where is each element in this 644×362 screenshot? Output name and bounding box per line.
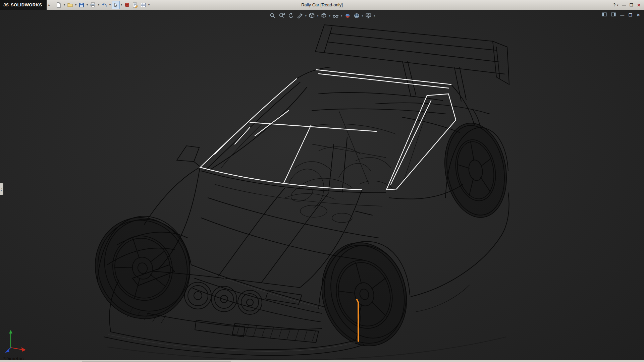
options-grid-icon: [140, 2, 146, 8]
task-pane-toggle-icon[interactable]: [611, 12, 616, 18]
edit-appearance-button[interactable]: [343, 12, 352, 19]
brand-name: SOLIDWORKS: [11, 2, 42, 7]
window-title: Rally Car [Read-only]: [301, 2, 343, 7]
doc-close-button[interactable]: ✕: [637, 13, 640, 17]
apply-scene-button[interactable]: [353, 12, 361, 19]
view-orientation-label: *Dimetric: [3, 356, 24, 360]
save-button[interactable]: [77, 1, 86, 9]
rear-left-wheel: [311, 233, 418, 356]
print-caret-icon[interactable]: ▾: [97, 3, 100, 6]
splitter-expand-icon[interactable]: ▸: [1, 189, 2, 192]
model-canvas[interactable]: [0, 10, 644, 360]
view-orientation-button[interactable]: [308, 12, 316, 19]
help-caret-icon[interactable]: ▾: [617, 4, 618, 7]
view-settings-caret-icon[interactable]: ▾: [374, 14, 375, 17]
doc-restore-button[interactable]: ❐: [629, 13, 632, 17]
main-toolbar: ▾ ▾ ▾ ▾: [55, 1, 151, 9]
orientation-triad[interactable]: [4, 329, 28, 354]
hide-show-items-button[interactable]: [331, 12, 340, 19]
apply-scene-caret-icon[interactable]: ▾: [362, 14, 364, 17]
graphics-area[interactable]: ▾ ▾ ▾ ▾: [0, 10, 644, 360]
print-button[interactable]: [89, 1, 97, 9]
doc-minimize-button[interactable]: —: [620, 13, 624, 17]
select-button[interactable]: [112, 1, 120, 9]
menu-expander-icon[interactable]: ▸: [48, 3, 50, 7]
minimize-button[interactable]: —: [622, 3, 626, 7]
feature-pane-splitter[interactable]: ◂ ▸: [0, 183, 3, 195]
new-document-icon: [56, 2, 62, 8]
save-floppy-icon: [78, 2, 85, 8]
triad-x-arrow-icon: [21, 347, 26, 352]
close-button[interactable]: ✕: [637, 3, 641, 8]
view-orientation-caret-icon[interactable]: ▾: [317, 14, 319, 17]
save-caret-icon[interactable]: ▾: [86, 3, 89, 6]
highlighted-edges[interactable]: [200, 70, 456, 190]
display-style-icon: [320, 12, 327, 19]
view-settings-button[interactable]: [364, 12, 373, 19]
status-bar: [0, 360, 644, 362]
window-controls: ? ▾ — ❐ ✕: [613, 0, 641, 10]
file-properties-icon: [132, 2, 138, 8]
undo-arrow-icon: [101, 2, 107, 8]
left-pane-icon: [602, 12, 607, 17]
splitter-collapse-icon[interactable]: ◂: [1, 187, 2, 189]
edit-appearance-ball-icon: [344, 12, 351, 19]
section-view-caret-icon[interactable]: ▾: [305, 14, 307, 17]
hide-show-items-glasses-icon: [332, 12, 339, 19]
3ds-logo-icon: 3S: [3, 2, 9, 7]
document-window-controls: — ❐ ✕: [602, 12, 640, 18]
triad-x-axis: [11, 348, 22, 350]
select-caret-icon[interactable]: ▾: [120, 3, 123, 6]
display-style-button[interactable]: [319, 12, 328, 19]
rally-car-wireframe: [0, 10, 644, 360]
undo-caret-icon[interactable]: ▾: [108, 3, 112, 6]
zoom-to-fit-icon: [269, 12, 276, 19]
view-orientation-cube-icon: [308, 12, 315, 19]
xpress-products-button[interactable]: [123, 1, 131, 9]
display-style-caret-icon[interactable]: ▾: [329, 14, 330, 17]
view-settings-icon: [365, 12, 372, 19]
select-cursor-icon: [113, 2, 119, 8]
solidworks-logo: 3S SOLIDWORKS: [0, 0, 47, 10]
section-view-button[interactable]: [296, 12, 304, 19]
open-button[interactable]: [66, 1, 74, 9]
triad-y-arrow-icon: [9, 330, 12, 334]
apply-scene-globe-icon: [353, 12, 360, 19]
right-pane-icon: [611, 12, 616, 17]
section-view-icon: [297, 12, 303, 19]
title-bar: 3S SOLIDWORKS ▸ ▾ ▾ ▾: [0, 0, 644, 10]
print-icon: [90, 2, 96, 8]
rear-right-wheel: [438, 118, 514, 223]
side-pane-toggle-icon[interactable]: [602, 12, 607, 18]
new-document-button[interactable]: [55, 1, 63, 9]
front-left-wheel: [82, 205, 204, 331]
zoom-to-fit-button[interactable]: [268, 12, 277, 19]
xpress-products-icon: [124, 2, 130, 8]
previous-view-button[interactable]: [286, 12, 295, 19]
help-button[interactable]: ?: [613, 3, 615, 7]
options-button[interactable]: [139, 1, 147, 9]
zoom-to-area-icon: [278, 12, 285, 19]
zoom-to-area-button[interactable]: [277, 12, 286, 19]
status-bar-segment: [82, 361, 231, 362]
undo-button[interactable]: [100, 1, 108, 9]
heads-up-view-toolbar: ▾ ▾ ▾ ▾: [268, 12, 375, 19]
new-document-caret-icon[interactable]: ▾: [63, 3, 66, 6]
maximize-button[interactable]: ❐: [630, 3, 633, 7]
hide-show-items-caret-icon[interactable]: ▾: [341, 14, 342, 17]
open-folder-icon: [67, 2, 73, 8]
rear-wing: [315, 25, 509, 101]
open-caret-icon[interactable]: ▾: [74, 3, 77, 6]
previous-view-icon: [287, 12, 294, 19]
file-properties-button[interactable]: [131, 1, 139, 9]
options-caret-icon[interactable]: ▾: [147, 3, 151, 6]
